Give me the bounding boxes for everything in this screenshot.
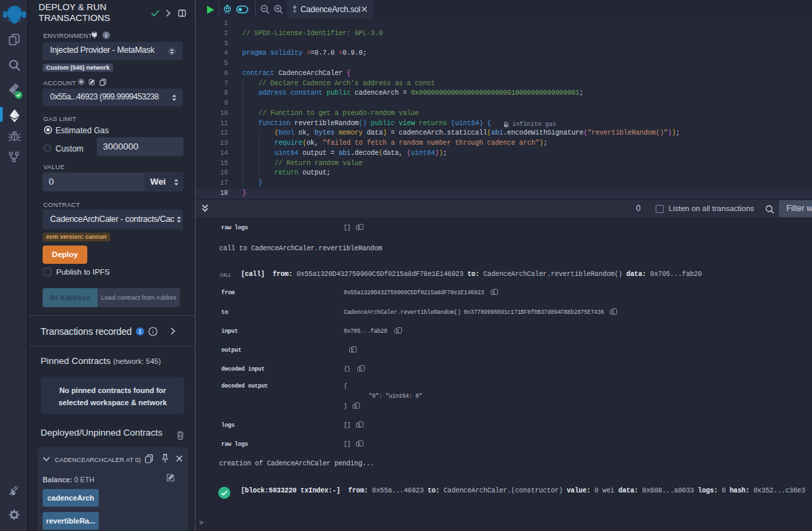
- svg-text:i: i: [152, 328, 154, 335]
